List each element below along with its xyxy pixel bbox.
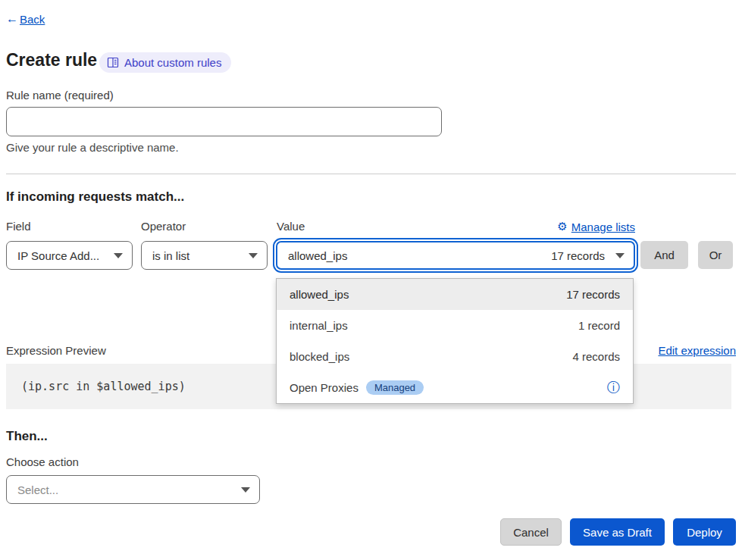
about-custom-rules-link[interactable]: About custom rules <box>99 52 231 73</box>
or-button[interactable]: Or <box>698 241 733 269</box>
back-arrow-icon: ← <box>6 12 18 26</box>
page-title: Create rule <box>6 50 97 70</box>
manage-lists-link[interactable]: ⚙ Manage lists <box>557 220 635 233</box>
list-item-name: internal_ips <box>290 319 348 332</box>
rule-name-input[interactable] <box>6 107 442 136</box>
rule-name-label: Rule name (required) <box>6 89 114 102</box>
and-button[interactable]: And <box>640 241 688 269</box>
expression-code: (ip.src in $allowed_ips) <box>21 380 186 393</box>
managed-badge: Managed <box>366 380 424 395</box>
list-item-records: 4 records <box>572 350 620 363</box>
operator-select-value: is in list <box>152 249 189 262</box>
book-icon <box>107 57 119 68</box>
value-label: Value <box>277 220 305 233</box>
edit-expression-link[interactable]: Edit expression <box>658 344 736 357</box>
then-section-heading: Then... <box>6 429 48 444</box>
chevron-down-icon <box>114 253 123 258</box>
list-item-allowed-ips[interactable]: allowed_ips 17 records <box>277 279 633 310</box>
operator-label: Operator <box>141 220 186 233</box>
section-divider <box>6 174 736 174</box>
list-item-open-proxies[interactable]: Open Proxies Managed ⓘ <box>277 372 633 403</box>
value-select-value: allowed_ips <box>288 249 347 262</box>
field-label: Field <box>6 220 31 233</box>
list-item-records: 17 records <box>566 288 620 301</box>
chevron-down-icon <box>249 253 258 258</box>
list-item-name: Open Proxies <box>290 381 358 394</box>
manage-lists-label: Manage lists <box>571 221 635 233</box>
value-select-records: 17 records <box>551 249 605 262</box>
chevron-down-icon <box>615 253 625 258</box>
about-custom-rules-label: About custom rules <box>124 56 221 69</box>
choose-action-select[interactable]: Select... <box>6 475 260 504</box>
list-item-name: allowed_ips <box>290 288 349 301</box>
list-item-records: 1 record <box>578 319 620 332</box>
value-dropdown-panel: allowed_ips 17 records internal_ips 1 re… <box>276 278 634 404</box>
gear-icon: ⚙ <box>557 220 567 233</box>
choose-action-label: Choose action <box>6 455 79 468</box>
save-as-draft-button[interactable]: Save as Draft <box>570 518 665 546</box>
list-item-blocked-ips[interactable]: blocked_ips 4 records <box>277 341 633 372</box>
field-select-value: IP Source Add... <box>17 249 99 262</box>
choose-action-placeholder: Select... <box>17 483 58 496</box>
footer-actions: Cancel Save as Draft Deploy <box>500 518 736 546</box>
list-item-internal-ips[interactable]: internal_ips 1 record <box>277 310 633 341</box>
list-item-name: blocked_ips <box>290 350 349 363</box>
value-select[interactable]: allowed_ips 17 records <box>276 241 635 270</box>
operator-select[interactable]: is in list <box>141 241 268 270</box>
chevron-down-icon <box>241 487 250 493</box>
create-rule-page: ← Back Create rule About custom rules Ru… <box>0 0 742 560</box>
cancel-button[interactable]: Cancel <box>500 518 562 546</box>
info-icon[interactable]: ⓘ <box>607 381 620 394</box>
rule-name-helper: Give your rule a descriptive name. <box>6 141 179 154</box>
field-select[interactable]: IP Source Add... <box>6 241 133 270</box>
expression-preview-label: Expression Preview <box>6 344 106 357</box>
back-label: Back <box>20 13 45 26</box>
back-link[interactable]: ← Back <box>6 12 45 26</box>
match-section-heading: If incoming requests match... <box>6 189 184 205</box>
deploy-button[interactable]: Deploy <box>673 518 736 546</box>
